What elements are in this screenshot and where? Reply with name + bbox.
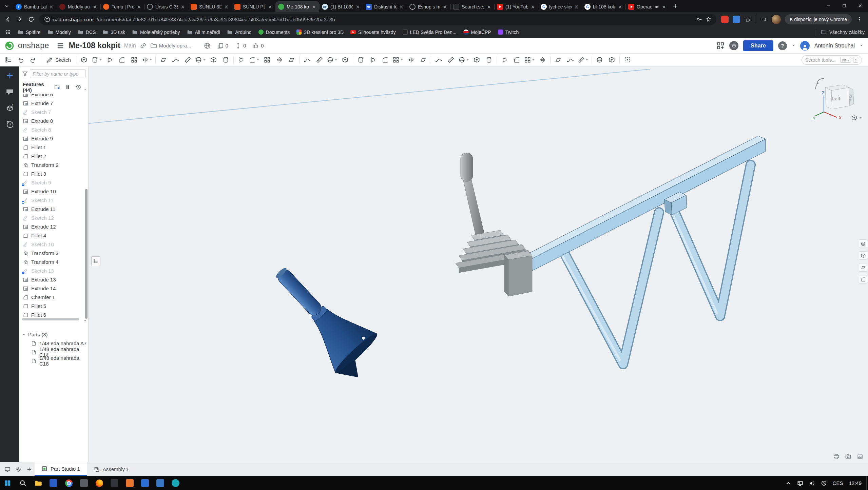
blue-app-icon[interactable] [137,476,153,490]
workspace-name[interactable]: Main [124,43,136,49]
feature-row-sketch[interactable]: Sketch 12 [19,213,88,222]
feature-row-chamfer[interactable]: Chamfer 1 [19,293,88,301]
tab-search-icon[interactable] [2,1,12,11]
file-explorer-icon[interactable] [31,476,46,490]
tab-close-icon[interactable] [136,4,141,9]
app-store-icon[interactable] [716,42,725,50]
cad-tool-icon-3[interactable] [104,55,116,65]
add-tab-button[interactable] [24,462,35,476]
feature-list-settings-icon[interactable] [3,55,15,65]
user-name[interactable]: Antonín Strouhal [814,43,855,49]
cad-tool-icon-14[interactable] [248,55,261,65]
window-maximize-icon[interactable] [836,0,852,12]
cad-tool-icon-19[interactable] [313,55,325,65]
tab-close-icon[interactable] [661,4,667,9]
learning-center-icon[interactable] [729,41,738,50]
feature-row-extrude[interactable]: Extrude 9 [19,134,88,143]
cad-tool-icon-15[interactable] [261,55,273,65]
likes-counter[interactable]: 0 [252,42,264,49]
browser-tab-active[interactable]: Me-108 kokpit [275,1,319,12]
search-tools-box[interactable]: Search tools... alt+/ c [802,55,862,65]
bookmark-item[interactable]: LED Světla Pro Den... [399,28,460,37]
scroll-down-icon[interactable] [83,319,87,323]
cad-tool-icon-8[interactable] [170,55,181,65]
redo-icon[interactable] [27,55,39,65]
browser-tab[interactable]: Temu | Prozkou [100,1,144,12]
cad-tool-icon-30[interactable] [457,55,470,65]
cad-tool-icon-2[interactable] [90,55,103,65]
tray-chevron-up-icon[interactable] [785,480,791,486]
browser-profile-avatar[interactable] [772,15,781,24]
cad-tool-icon-39[interactable] [577,55,590,65]
feature-row-transform[interactable]: Transform 2 [19,160,88,169]
filter-funnel-icon[interactable] [22,71,28,77]
feature-row-sketch[interactable]: Sketch 10 [19,240,88,249]
feature-row-sketch[interactable]: Sketch 11 [19,196,88,204]
feature-row-fillet[interactable]: Fillet 1 [19,143,88,152]
volume-icon[interactable] [809,480,815,486]
cad-tool-icon-23[interactable] [367,55,379,65]
forward-icon[interactable] [14,14,25,25]
browser-tab[interactable]: Eshop s modely [407,1,450,12]
bookmark-item[interactable]: Modely [44,28,74,37]
bookmark-item[interactable]: Documents [255,28,293,37]
tab-close-icon[interactable] [486,4,491,9]
public-globe-icon[interactable] [204,42,211,49]
cad-tool-icon-21[interactable] [339,55,351,65]
copies-counter[interactable]: 0 [217,42,228,49]
feature-row-fillet[interactable]: Fillet 3 [19,169,88,178]
feature-row-sketch[interactable]: Sketch 8 [19,125,88,134]
cad-tool-icon-37[interactable] [552,55,564,65]
viewcube-face-label[interactable]: Left [832,96,840,101]
cad-tool-icon-41[interactable] [606,55,618,65]
cad-tool-icon-25[interactable] [391,55,405,65]
bookmark-item[interactable]: Spitfire [14,28,44,37]
cad-tool-icon-16[interactable] [273,55,285,65]
share-link-icon[interactable] [140,42,147,49]
tab-close-icon[interactable] [311,4,316,9]
history-clock-icon[interactable] [5,120,14,129]
document-menu-icon[interactable] [56,42,64,50]
onshape-logo-icon[interactable] [5,41,14,51]
cad-tool-icon-10[interactable] [194,55,207,65]
extensions-puzzle-icon[interactable] [744,16,752,23]
feature-row-fillet[interactable]: Fillet 2 [19,152,88,160]
browser-tab[interactable]: Search:sex - Ma [450,1,494,12]
feature-row-transform[interactable]: Transform 3 [19,249,88,257]
extension-icon-blue[interactable] [733,16,740,23]
cad-tool-icon-32[interactable] [483,55,495,65]
horizontal-scrollbar[interactable] [22,318,79,320]
3d-viewport-canvas[interactable] [89,66,868,462]
cad-tool-icon-29[interactable] [445,55,457,65]
part-control-lever[interactable] [456,153,532,296]
bookmark-item[interactable]: Twitch [495,28,522,37]
tab-part-studio-1[interactable]: Part Studio 1 [35,462,87,476]
gray-app-icon[interactable] [76,476,92,490]
tab-close-icon[interactable] [399,4,404,9]
new-folder-icon[interactable] [54,84,60,90]
user-menu-caret-icon[interactable] [860,44,863,47]
cad-tool-icon-4[interactable] [116,55,128,65]
cad-tool-icon-24[interactable] [379,55,391,65]
tray-clock[interactable]: 12:49 [849,480,862,486]
browser-tab[interactable]: MFDiskusní fórum [363,1,407,12]
parts-header-row[interactable]: Parts (3) [19,329,88,339]
address-bar[interactable]: cad.onshape.com/documents/dac79e82c91da8… [39,14,716,25]
cad-tool-icon-17[interactable] [286,55,297,65]
feature-row-extrude[interactable]: Extrude 6 [19,94,88,99]
browser-tab[interactable]: SUNLU 3D PLA [188,1,232,12]
tab-close-icon[interactable] [443,4,448,9]
feature-filter-input[interactable] [30,69,85,78]
cad-tool-icon-22[interactable] [355,55,367,65]
tab-close-icon[interactable] [355,4,360,9]
cad-tool-icon-9[interactable] [182,55,194,65]
tab-close-icon[interactable] [530,4,535,9]
new-tab-button[interactable] [671,1,680,11]
feature-row-extrude[interactable]: Extrude 13 [19,275,88,284]
browser-tab[interactable]: Ursus C 385 s p [144,1,188,12]
3d-viewport[interactable]: Left Front Z X Y [89,66,868,462]
tab-manager-icon[interactable] [2,462,13,476]
browser-tab[interactable]: fBambu Lab CZ/ [13,1,57,12]
bookmark-star-icon[interactable] [706,16,712,22]
screenshot-camera-icon[interactable] [845,453,851,460]
